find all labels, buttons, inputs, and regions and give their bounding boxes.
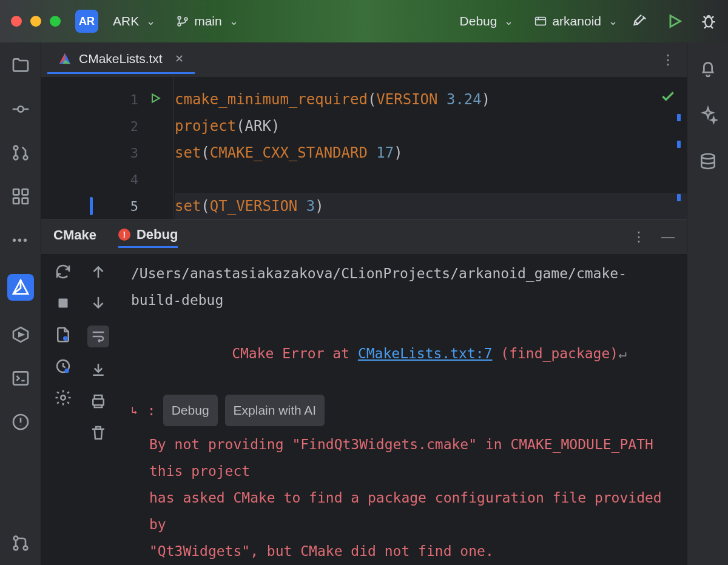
maximize-window-icon[interactable] [50,16,61,27]
minimize-window-icon[interactable] [30,16,41,27]
code-line[interactable] [175,166,687,193]
branch-name-label: main [194,14,222,28]
minimap-marker [677,194,681,201]
explain-with-ai-pill[interactable]: Explain with AI [225,395,325,426]
clear-icon[interactable] [89,424,107,442]
svg-point-2 [184,18,187,21]
title-bar: AR ARK main Debug arkanoid [0,0,728,42]
scroll-down-icon[interactable] [89,294,107,312]
pull-requests-tool-icon[interactable] [11,143,30,162]
error-location-link[interactable]: CMakeLists.txt:7 [358,346,493,361]
svg-rect-9 [13,189,19,195]
services-tool-icon[interactable] [11,325,30,344]
soft-wrap-icon[interactable] [87,326,109,347]
project-badge[interactable]: AR [75,10,98,33]
panel-tab-cmake[interactable]: CMake [53,227,96,247]
svg-point-22 [61,395,66,400]
run-icon[interactable] [666,13,683,30]
error-prefix: CMake Error at [232,346,358,361]
panel-tab-debug[interactable]: ! Debug [118,227,178,248]
branch-icon [176,15,189,28]
cmake-settings-icon[interactable] [54,389,72,407]
run-gutter-icon[interactable] [149,92,161,107]
code-line[interactable]: project(ARK) [175,113,687,139]
target-selector[interactable]: arkanoid [528,10,624,32]
editor-code-area[interactable]: cmake_minimum_required(VERSION 3.24)proj… [175,78,687,219]
svg-point-19 [63,336,68,341]
panel-toolbar [41,254,120,565]
svg-point-8 [23,156,27,160]
stop-icon[interactable] [54,294,72,312]
gutter-line[interactable]: 3 [41,139,175,166]
inspection-ok-icon[interactable] [660,89,676,108]
cmake-tool-icon[interactable] [7,274,34,301]
editor-gutter: 12345 [41,78,175,219]
svg-rect-3 [536,18,546,25]
error-indicator-icon: ! [118,229,130,241]
code-editor[interactable]: 12345 cmake_minimum_required(VERSION 3.2… [41,78,687,219]
output-error-line: CMake Error at CMakeLists.txt:7 (find_pa… [131,313,676,393]
svg-point-6 [13,146,18,150]
code-line[interactable]: set(CMAKE_CXX_STANDARD 17) [175,139,687,166]
terminal-tool-icon[interactable] [11,369,30,388]
database-tool-icon[interactable] [698,152,718,171]
branch-selector[interactable]: main [170,10,244,32]
svg-point-15 [13,537,18,541]
panel-menu-icon[interactable]: ⋮ [632,229,645,245]
ai-assistant-tool-icon[interactable] [698,105,718,125]
project-tool-icon[interactable] [11,56,30,75]
commit-tool-icon[interactable] [11,99,30,119]
structure-tool-icon[interactable] [11,187,30,206]
output-path: /Users/anastasiakazakova/CLionProjects/a… [131,260,676,313]
scroll-up-icon[interactable] [89,262,107,281]
vcs-tool-icon[interactable] [11,533,30,553]
debug-icon[interactable] [700,13,717,30]
close-tab-icon[interactable]: ✕ [175,52,184,65]
editor-tab-bar: CMakeLists.txt ✕ ⋮ [41,42,687,78]
configuration-selector[interactable]: Debug [454,10,520,32]
open-cmake-log-icon[interactable] [54,357,72,375]
project-selector[interactable]: ARK [107,10,161,32]
gutter-line[interactable]: 5 [41,193,175,219]
debug-pill[interactable]: Debug [163,395,218,426]
window-controls [11,16,61,27]
gutter-line[interactable]: 4 [41,166,175,193]
panel-minimize-icon[interactable]: — [661,229,675,245]
problems-tool-icon[interactable] [11,412,30,432]
gutter-line[interactable]: 1 [41,86,175,113]
scroll-to-end-icon[interactable] [89,361,107,379]
code-line[interactable]: set(QT_VERSION 3) [175,193,687,219]
bottom-panel: CMake ! Debug ⋮ — [41,219,687,565]
print-icon[interactable] [89,392,107,410]
svg-point-24 [701,154,714,159]
minimap-marker [677,114,681,121]
current-line-marker [90,197,93,215]
svg-point-16 [23,546,27,550]
cmake-output[interactable]: /Users/anastasiakazakova/CLionProjects/a… [120,254,687,565]
file-tab-cmakelists[interactable]: CMakeLists.txt ✕ [47,45,195,74]
tab-menu-icon[interactable]: ⋮ [661,52,681,68]
panel-tab-debug-label: Debug [136,227,178,242]
svg-rect-23 [93,399,104,405]
svg-rect-11 [13,198,19,204]
ai-actions-row: ↳: Debug Explain with AI [131,395,676,426]
svg-rect-13 [13,372,28,384]
svg-point-5 [18,106,23,112]
code-line[interactable]: cmake_minimum_required(VERSION 3.24) [175,86,687,113]
right-tool-rail [687,42,728,565]
close-window-icon[interactable] [11,16,22,27]
error-suffix: (find_package) [492,346,618,361]
notifications-tool-icon[interactable] [698,59,718,79]
cmake-file-icon [58,52,72,65]
more-tools-icon[interactable]: ••• [11,230,30,250]
svg-rect-12 [22,198,27,204]
output-error-body-line: has asked CMake to find a package config… [131,484,676,538]
build-icon[interactable] [632,13,649,30]
reload-cmake-icon[interactable] [54,262,72,281]
minimap-marker [677,141,681,148]
file-tab-label: CMakeLists.txt [79,52,163,66]
gutter-line[interactable]: 2 [41,113,175,139]
open-cmake-cache-icon[interactable] [54,326,72,344]
svg-point-21 [65,369,70,373]
svg-point-17 [13,546,18,550]
